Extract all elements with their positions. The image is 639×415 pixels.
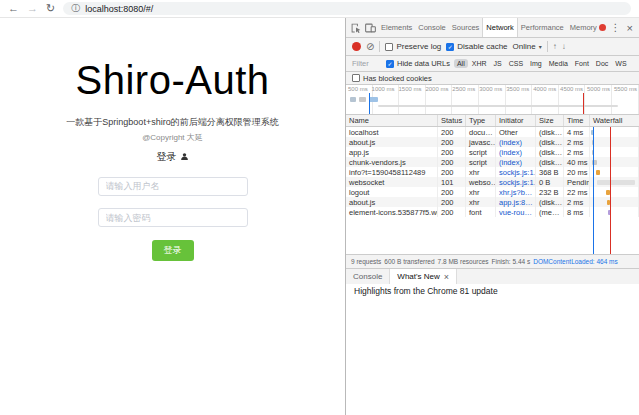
overview-tick-label: 4000 ms [533,86,556,92]
hide-data-urls-checkbox[interactable] [386,60,394,68]
column-header-size[interactable]: Size [536,115,564,126]
table-row[interactable]: websocket101webso…sockjs.js:1…0 BPending [346,177,639,187]
hide-data-urls-toggle[interactable]: Hide data URLs [386,59,450,68]
request-type: script [466,147,496,157]
request-status: 200 [438,127,466,137]
waterfall-bar [591,130,594,135]
import-har-icon[interactable]: ↑ [553,42,557,51]
request-status: 200 [438,167,466,177]
error-badge[interactable] [599,24,606,31]
login-button[interactable]: 登录 [152,240,194,261]
type-filter-font[interactable]: Font [572,59,592,68]
devtools-tab-elements[interactable]: Elements [378,18,415,37]
drawer-tab-whats-new[interactable]: What's New × [390,269,457,284]
throttling-select[interactable]: Online ▾ [513,42,542,51]
preserve-log-checkbox[interactable] [385,43,393,51]
back-icon[interactable]: ← [8,3,19,14]
drawer-tab-close-icon[interactable]: × [444,272,449,282]
request-initiator[interactable]: (index) [496,157,536,167]
type-filter-xhr[interactable]: XHR [469,59,490,68]
table-row[interactable]: info?t=1590458112489200xhrsockjs.js:1…36… [346,167,639,177]
table-row[interactable]: element-icons.535877f5.woff200fontvue-ro… [346,207,639,217]
column-header-waterfall[interactable]: Waterfall [590,115,639,126]
column-header-status[interactable]: Status [438,115,466,126]
toolbar-separator [379,41,380,52]
request-size: (disk… [536,137,564,147]
request-waterfall [590,167,639,177]
export-har-icon[interactable]: ↓ [562,42,566,51]
drawer-tab-console[interactable]: Console [346,269,390,284]
request-initiator[interactable]: sockjs.js:1… [496,167,536,177]
column-header-initiator[interactable]: Initiator [496,115,536,126]
request-size: 368 B [536,167,564,177]
devtools-menu-icon[interactable]: ⋮ [608,22,624,33]
type-filter-css[interactable]: CSS [506,59,526,68]
disable-cache-toggle[interactable]: Disable cache [446,42,507,51]
request-type: font [466,207,496,217]
browser-toolbar: ← → ↻ ⓘ localhost:8080/#/ [0,0,639,18]
request-initiator[interactable]: vue-rou… [496,207,536,217]
devtools-tab-network[interactable]: Network [482,18,518,37]
request-initiator[interactable]: xhr.js?b… [496,187,536,197]
request-initiator[interactable]: (index) [496,137,536,147]
table-row[interactable]: chunk-vendors.js200script(index)(disk…40… [346,157,639,167]
overview-tick-label: 4500 ms [560,86,583,92]
has-blocked-cookies-label: Has blocked cookies [363,74,432,83]
copyright-text: @Copyright 大延 [0,132,345,143]
request-initiator[interactable]: (index) [496,147,536,157]
type-filter-all[interactable]: All [454,59,468,68]
summary-item: 600 B transferred [384,258,434,265]
request-name: element-icons.535877f5.woff [346,207,438,217]
username-input[interactable] [98,177,248,196]
reload-icon[interactable]: ↻ [46,3,55,14]
table-row[interactable]: about.js200xhrapp.js:8…(disk…2 ms [346,197,639,207]
type-filter-js[interactable]: JS [491,59,505,68]
type-filter-img[interactable]: Img [527,59,545,68]
throttling-value: Online [513,42,536,51]
address-bar[interactable]: ⓘ localhost:8080/#/ [63,2,631,15]
request-name: info?t=1590458112489 [346,167,438,177]
type-filter-ws[interactable]: WS [612,59,629,68]
request-time: 2 ms [564,197,590,207]
inspect-element-icon[interactable] [349,23,363,33]
request-time: 2 ms [564,147,590,157]
record-icon[interactable] [352,42,361,51]
chevron-down-icon: ▾ [539,43,542,50]
device-toolbar-icon[interactable] [363,23,378,33]
request-status: 200 [438,187,466,197]
password-input[interactable] [98,208,248,227]
request-initiator[interactable]: app.js:8… [496,197,536,207]
table-row[interactable]: about.js200javasc…(index)(disk…2 ms [346,137,639,147]
filter-input[interactable]: Filter [352,59,382,68]
type-filter-list: AllXHRJSCSSImgMediaFontDocWSManifestOthe… [454,59,633,68]
clear-icon[interactable]: ⊘ [366,42,374,52]
table-row[interactable]: localhost200docu…Other(disk…4 ms [346,127,639,137]
url-text: localhost:8080/#/ [85,4,153,14]
preserve-log-toggle[interactable]: Preserve log [385,42,441,51]
overview-tick-label: 3500 ms [506,86,529,92]
table-row[interactable]: logout200xhrxhr.js?b…232 B22 ms [346,187,639,197]
disable-cache-checkbox[interactable] [446,43,454,51]
whats-new-headline[interactable]: Highlights from the Chrome 81 update [354,286,498,296]
devtools-tab-sources[interactable]: Sources [449,18,483,37]
request-initiator[interactable]: sockjs.js:1… [496,177,536,187]
request-status: 200 [438,137,466,147]
devtools-tab-memory[interactable]: Memory [567,18,597,37]
type-filter-media[interactable]: Media [546,59,571,68]
site-info-icon[interactable]: ⓘ [71,4,80,13]
network-overview[interactable]: 500 ms1000 ms1500 ms2000 ms2500 ms3000 m… [346,85,639,115]
type-filter-manifest[interactable]: Manifest [631,59,633,68]
request-name: app.js [346,147,438,157]
forward-icon[interactable]: → [27,3,38,14]
devtools-tab-performance[interactable]: Performance [518,18,567,37]
type-filter-doc[interactable]: Doc [593,59,611,68]
request-initiator: Other [496,127,536,137]
column-header-time[interactable]: Time [564,115,590,126]
waterfall-bar [592,160,597,165]
column-header-name[interactable]: Name [346,115,438,126]
has-blocked-cookies-checkbox[interactable] [352,74,360,82]
devtools-tab-console[interactable]: Console [415,18,449,37]
column-header-type[interactable]: Type [466,115,496,126]
devtools-close-icon[interactable]: × [624,22,636,34]
table-row[interactable]: app.js200script(index)(disk…2 ms [346,147,639,157]
